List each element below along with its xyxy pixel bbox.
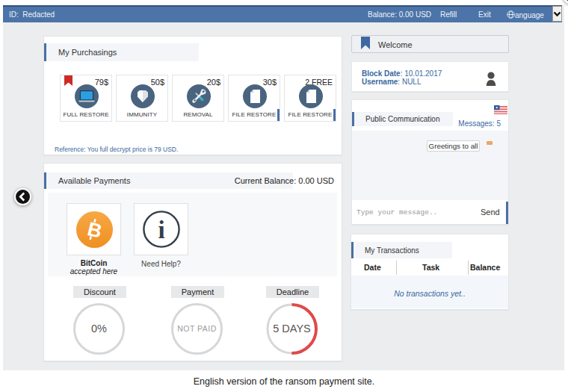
svg-text:i: i <box>158 217 164 243</box>
